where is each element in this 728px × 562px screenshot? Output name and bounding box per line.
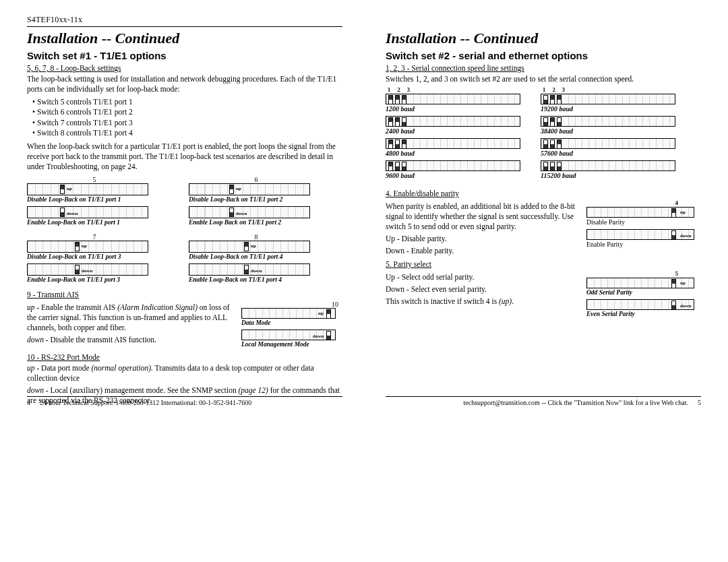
dip-caption: Disable Loop-Back on T1/E1 port 2	[189, 196, 324, 203]
baud-label: 9600 baud	[386, 172, 520, 179]
list-item: Switch 8 controls T1/E1 port 4	[32, 128, 342, 139]
dip-caption: Enable Loop-Back on T1/E1 port 3	[27, 276, 162, 283]
baud-label: 115200 baud	[541, 172, 675, 179]
page-footer: techsupport@transition.com -- Click the …	[386, 396, 701, 406]
dip-number: 10	[241, 301, 342, 307]
dip-switch-diagram	[386, 138, 520, 149]
parity-select-subhead: 5. Parity select	[386, 260, 701, 268]
doc-id: S4TEF10xx-11x	[27, 15, 342, 27]
footer-text: techsupport@transition.com -- Click the …	[464, 399, 688, 406]
paragraph: This switch is inactive if switch 4 is (…	[386, 296, 578, 307]
dip-caption: Enable Loop-Back on T1/E1 port 1	[27, 219, 162, 226]
dip-caption: Disable Loop-Back on T1/E1 port 4	[189, 253, 324, 260]
baud-label: 4800 baud	[386, 150, 520, 157]
paragraph: Up - Select odd serial parity.	[386, 272, 578, 282]
dip-number: 4	[586, 199, 701, 206]
list-item: Switch 6 controls T1/E1 port 2	[32, 107, 342, 118]
dip-switch-diagram: up	[27, 241, 148, 253]
dip-caption: Local Management Mode	[241, 341, 342, 348]
dip-caption: Enable Parity	[586, 241, 701, 248]
dip-number-row: 1 2 3	[386, 86, 520, 93]
dip-switch-diagram: down	[586, 229, 694, 240]
dip-switch-diagram: down	[189, 206, 310, 218]
section-heading: Switch set #2 - serial and ethernet opti…	[386, 50, 701, 61]
loopback-subhead: 5, 6, 7, 8 - Loop-Back settings	[27, 64, 342, 72]
dip-row-5-6: 5 up Disable Loop-Back on T1/E1 port 1 d…	[27, 176, 342, 229]
dip-switch-diagram: up	[189, 183, 310, 195]
paragraph: up - Enable the transmit AIS (Alarm Indi…	[27, 303, 237, 333]
paragraph: down - Disable the transmit AIS function…	[27, 335, 237, 345]
dip-number: 8	[189, 233, 324, 240]
dip-number: 5	[27, 176, 162, 183]
dip-switch-diagram	[541, 160, 675, 171]
dip-caption: Odd Serial Parity	[586, 289, 701, 296]
dip-caption: Data Mode	[241, 319, 342, 326]
page-title: Installation -- Continued	[386, 30, 701, 47]
dip-row-7-8: 7 up Disable Loop-Back on T1/E1 port 3 d…	[27, 233, 342, 286]
baud-rate-table: 1 2 31200 baud2400 baud4800 baud9600 bau…	[386, 86, 701, 183]
dip-switch-diagram: up	[586, 207, 694, 218]
dip-number: 6	[189, 176, 324, 183]
dip-switch-diagram: up	[241, 308, 336, 319]
dip-number: 5	[586, 270, 701, 277]
dip-number-row: 1 2 3	[541, 86, 675, 93]
dip-caption: Enable Loop Back on T1/E1 port 2	[189, 219, 324, 226]
dip-number: 7	[27, 233, 162, 240]
page-right: x Installation -- Continued Switch set #…	[364, 0, 728, 416]
paragraph: When the loop-back switch for a particul…	[27, 142, 342, 172]
dip-caption: Disable Parity	[586, 218, 701, 226]
paragraph: Switches 1, 2, and 3 on switch set #2 ar…	[386, 74, 701, 84]
page-left: S4TEF10xx-11x Installation -- Continued …	[0, 0, 364, 416]
paragraph: The loop-back setting is used for instal…	[27, 74, 342, 94]
dip-switch-diagram: up	[27, 183, 148, 195]
dip-switch-diagram	[386, 116, 520, 127]
footer-text: 24-hour Technical Support: 1-800-260-131…	[40, 399, 251, 406]
dip-caption: Even Serial Parity	[586, 311, 701, 317]
page-number: 4	[27, 399, 30, 406]
baud-label: 38400 baud	[541, 127, 675, 135]
baud-label: 1200 baud	[386, 105, 520, 113]
dip-switch-diagram: up	[586, 278, 694, 288]
paragraph: Down - Select even serial parity.	[386, 284, 578, 294]
dip-switch-diagram: up	[189, 241, 310, 253]
bullet-list: Switch 5 controls T1/E1 port 1 Switch 6 …	[32, 97, 342, 139]
dip-switch-diagram: down	[27, 206, 148, 218]
page-title: Installation -- Continued	[27, 30, 342, 47]
dip-switch-diagram	[386, 160, 520, 171]
baud-label: 2400 baud	[386, 127, 520, 135]
dip-switch-diagram	[386, 94, 520, 104]
serial-subhead: 1, 2, 3 - Serial connection speed line s…	[386, 64, 701, 72]
page-footer: 4 24-hour Technical Support: 1-800-260-1…	[27, 396, 342, 406]
dip-switch-diagram: down	[241, 330, 336, 340]
dip-switch-diagram	[541, 138, 675, 149]
dip-caption: Disable Loop-Back on T1/E1 port 1	[27, 196, 162, 203]
dip-switch-diagram	[541, 94, 675, 104]
dip-switch-diagram: down	[27, 263, 148, 276]
list-item: Switch 5 controls T1/E1 port 1	[32, 97, 342, 108]
section-heading: Switch set #1 - T1/E1 options	[27, 50, 342, 61]
list-item: Switch 7 controls T1/E1 port 3	[32, 118, 342, 129]
baud-label: 19200 baud	[541, 105, 675, 113]
ais-subhead: 9 - Transmit AIS	[27, 290, 342, 299]
paragraph: up - Data port mode (normal operation). …	[27, 363, 342, 383]
dip-switch-diagram: down	[586, 299, 694, 310]
paragraph: Up - Disable parity.	[386, 234, 578, 244]
paragraph: When parity is enabled, an additional bi…	[386, 201, 578, 232]
page-number: 5	[698, 399, 701, 406]
dip-switch-diagram	[541, 116, 675, 127]
dip-caption: Enable Loop-Back on T1/E1 port 4	[189, 276, 324, 283]
paragraph: Down - Enable parity.	[386, 246, 578, 256]
parity-subhead: 4. Enable/disable parity	[386, 189, 701, 197]
baud-label: 57600 baud	[541, 150, 675, 157]
dip-caption: Disable Loop-Back on T1/E1 port 3	[27, 253, 162, 260]
dip-switch-diagram: down	[189, 263, 310, 276]
rs232-subhead: 10 - RS-232 Port Mode	[27, 353, 342, 361]
